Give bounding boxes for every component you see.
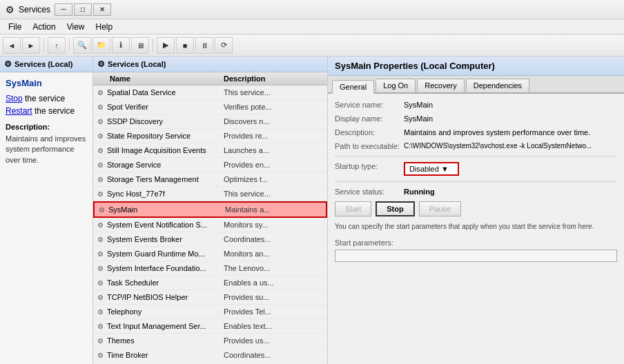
startup-type-label: Startup type: <box>335 162 404 170</box>
column-headers: Name Description <box>93 72 327 85</box>
gear-icon: ⚙ <box>97 118 104 125</box>
restart-service-link[interactable]: Restart the service <box>6 106 87 116</box>
description-text: Maintains and improves system performanc… <box>6 134 87 165</box>
service-name-row: Service name: SysMain <box>335 101 617 109</box>
service-description: Maintains a... <box>222 205 326 214</box>
description-row: Description: Maintains and improves syst… <box>335 128 617 136</box>
service-description: Discovers n... <box>221 117 327 125</box>
service-icon: ⚙ <box>93 321 107 332</box>
service-row[interactable]: ⚙ Still Image Acquisition Events Launche… <box>93 143 327 158</box>
service-row[interactable]: ⚙ Spot Verifier Verifies pote... <box>93 100 327 114</box>
col-header-name[interactable]: Name <box>93 74 221 83</box>
dropdown-arrow-icon: ▼ <box>441 165 449 173</box>
service-row[interactable]: ⚙ State Repository Service Provides re..… <box>93 129 327 143</box>
service-description: The Lenovo... <box>221 264 327 272</box>
window-title: Services <box>19 5 50 14</box>
service-status-section: Service status: Running Start Stop Pause… <box>335 188 617 262</box>
pause-button[interactable]: Pause <box>419 201 461 216</box>
properties-panel: SysMain Properties (Local Computer) Gene… <box>328 57 624 364</box>
minimize-button[interactable]: ─ <box>55 3 72 16</box>
service-description: Verifies pote... <box>221 103 327 111</box>
service-description: Provides us... <box>221 336 327 345</box>
service-row[interactable]: ⚙ Storage Service Provides en... <box>93 158 327 172</box>
start-params-input[interactable] <box>335 250 617 262</box>
tab-dependencies[interactable]: Dependencies <box>466 79 529 92</box>
menu-help[interactable]: Help <box>90 21 119 33</box>
service-row[interactable]: ⚙ SSDP Discovery Discovers n... <box>93 114 327 129</box>
service-status-value: Running <box>404 188 435 196</box>
menu-bar: File Action View Help <box>0 19 624 34</box>
service-row[interactable]: ⚙ System Events Broker Coordinates... <box>93 232 327 247</box>
service-description: Coordinates... <box>221 235 327 243</box>
service-row[interactable]: ⚙ Text Input Management Ser... Enables t… <box>93 319 327 334</box>
service-name: Spatial Data Service <box>107 88 221 97</box>
toolbar-pause[interactable]: ⏸ <box>195 37 213 54</box>
service-row[interactable]: ⚙ SysMain Maintains a... <box>93 201 327 218</box>
service-icon: ⚙ <box>93 306 107 317</box>
service-row[interactable]: ⚙ TCP/IP NetBIOS Helper Provides su... <box>93 290 327 305</box>
toolbar-restart[interactable]: ⟳ <box>215 37 233 54</box>
maximize-button[interactable]: □ <box>74 3 92 16</box>
toolbar-play[interactable]: ▶ <box>157 37 175 54</box>
toolbar-up[interactable]: ↑ <box>48 37 66 54</box>
service-row[interactable]: ⚙ System Guard Runtime Mo... Monitors an… <box>93 247 327 261</box>
left-panel: ⚙ Services (Local) SysMain Stop the serv… <box>0 57 93 364</box>
stop-button[interactable]: Stop <box>376 201 414 216</box>
left-panel-title: Services (Local) <box>14 60 72 68</box>
service-name: System Event Notification S... <box>107 221 221 229</box>
service-row[interactable]: ⚙ Time Broker Coordinates... <box>93 348 327 363</box>
stop-service-link[interactable]: Stop the service <box>6 94 87 103</box>
service-icon: ⚙ <box>93 350 107 361</box>
stop-link[interactable]: Stop <box>6 94 23 103</box>
selected-service-name: SysMain <box>6 78 87 88</box>
service-row[interactable]: ⚙ Task Scheduler Enables a us... <box>93 276 327 290</box>
description-title: Description: <box>6 123 87 131</box>
service-icon: ⚙ <box>93 292 107 303</box>
service-description: Monitors sy... <box>221 221 327 229</box>
tab-recovery[interactable]: Recovery <box>417 79 464 92</box>
service-name: SysMain <box>108 205 222 214</box>
services-table: ⚙ Spatial Data Service This service... ⚙… <box>93 85 327 364</box>
service-row[interactable]: ⚙ Storage Tiers Management Optimizes t..… <box>93 172 327 187</box>
service-description: Coordinates... <box>221 351 327 359</box>
close-button[interactable]: ✕ <box>93 3 111 16</box>
startup-type-dropdown[interactable]: Disabled ▼ <box>404 162 459 176</box>
service-name: Time Broker <box>107 351 221 359</box>
service-row[interactable]: ⚙ System Event Notification S... Monitor… <box>93 218 327 232</box>
col-header-description[interactable]: Description <box>221 74 327 83</box>
toolbar-sep-1 <box>43 39 44 52</box>
service-row[interactable]: ⚙ Spatial Data Service This service... <box>93 85 327 100</box>
menu-action[interactable]: Action <box>27 21 61 33</box>
toolbar-stop[interactable]: ■ <box>176 37 194 54</box>
toolbar-back[interactable]: ◄ <box>3 37 21 54</box>
toolbar-info[interactable]: ℹ <box>112 37 130 54</box>
toolbar-forward[interactable]: ► <box>22 37 40 54</box>
menu-file[interactable]: File <box>3 21 27 33</box>
gear-icon: ⚙ <box>97 89 104 97</box>
path-label: Path to executable: <box>335 142 404 150</box>
service-row[interactable]: ⚙ Themes Provides us... <box>93 334 327 348</box>
service-icon: ⚙ <box>93 130 107 141</box>
services-list-icon: ⚙ <box>97 59 105 69</box>
action-buttons: Start Stop Pause <box>335 201 617 216</box>
toolbar-search[interactable]: 🔍 <box>73 37 91 54</box>
service-name: State Repository Service <box>107 132 221 140</box>
toolbar-connect[interactable]: 🖥 <box>131 37 149 54</box>
status-row: Service status: Running <box>335 188 617 196</box>
tab-general[interactable]: General <box>332 80 374 94</box>
gear-icon: ⚙ <box>97 103 104 111</box>
divider-1 <box>335 156 617 156</box>
service-name-label: Service name: <box>335 101 404 109</box>
menu-view[interactable]: View <box>61 21 90 33</box>
service-row[interactable]: ⚙ Telephony Provides Tel... <box>93 305 327 319</box>
tab-logon[interactable]: Log On <box>376 79 416 92</box>
start-button[interactable]: Start <box>335 201 371 216</box>
service-row[interactable]: ⚙ System Interface Foundatio... The Leno… <box>93 261 327 276</box>
toolbar-folder[interactable]: 📁 <box>92 37 110 54</box>
restart-link[interactable]: Restart <box>6 106 32 116</box>
service-icon: ⚙ <box>93 116 107 127</box>
display-name-label: Display name: <box>335 114 404 123</box>
service-name: Storage Tiers Management <box>107 175 221 183</box>
service-row[interactable]: ⚙ Sync Host_77e7f This service... <box>93 187 327 201</box>
restart-link-suffix: the service <box>35 106 75 116</box>
